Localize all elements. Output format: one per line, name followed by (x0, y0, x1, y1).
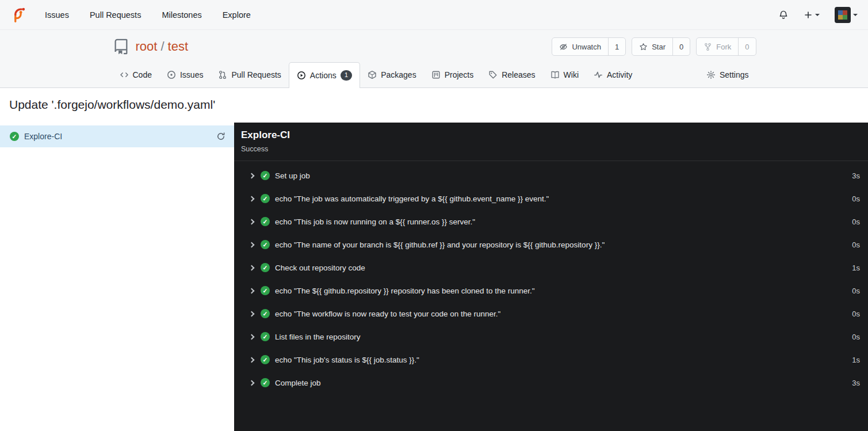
avatar (835, 7, 851, 23)
step-row[interactable]: echo "The job was automatically triggere… (234, 187, 868, 210)
repo-owner-link[interactable]: root (136, 39, 158, 54)
chevron-right-icon[interactable] (249, 219, 255, 224)
chevron-right-icon[interactable] (249, 242, 255, 247)
jobs-sidebar: Explore-CI (0, 123, 234, 431)
chevron-right-icon[interactable] (249, 357, 255, 363)
tab-wiki[interactable]: Wiki (543, 62, 586, 87)
tab-label: Code (133, 70, 152, 79)
step-row[interactable]: List files in the repository 0s (234, 325, 868, 348)
job-name: Explore-CI (24, 132, 211, 141)
tab-label: Settings (720, 70, 749, 79)
tab-pull-requests[interactable]: Pull Requests (211, 62, 288, 87)
steps-list: Set up job 3s echo "The job was automati… (234, 161, 868, 394)
tab-code[interactable]: Code (112, 62, 159, 87)
repo-title-row: root / test Unwatch (112, 30, 756, 62)
step-duration: 0s (852, 218, 860, 226)
job-item-explore-ci[interactable]: Explore-CI (0, 125, 234, 147)
user-menu[interactable] (835, 7, 858, 23)
top-navbar: Issues Pull Requests Milestones Explore (0, 0, 868, 30)
check-circle-icon (261, 355, 270, 364)
tab-label: Issues (180, 70, 203, 79)
chevron-right-icon[interactable] (249, 196, 255, 201)
step-row[interactable]: echo "The name of your branch is ${{ git… (234, 233, 868, 256)
chevron-right-icon[interactable] (249, 173, 255, 178)
book-icon (550, 70, 560, 79)
star-icon (639, 43, 648, 51)
issue-icon (167, 70, 176, 79)
tab-activity[interactable]: Activity (586, 62, 640, 87)
code-icon (120, 70, 129, 79)
play-circle-icon (297, 71, 306, 80)
bell-icon[interactable] (778, 10, 789, 20)
step-row[interactable]: Set up job 3s (234, 164, 868, 187)
eye-off-icon (559, 43, 568, 51)
chevron-right-icon[interactable] (249, 265, 255, 270)
run-title: Update '.forgejo/workflows/demo.yaml' (9, 98, 215, 111)
chevron-right-icon[interactable] (249, 288, 255, 293)
fork-count[interactable]: 0 (738, 38, 755, 55)
console-job-name: Explore-CI (241, 129, 861, 141)
tab-issues[interactable]: Issues (159, 62, 211, 87)
step-name: echo "The workflow is now ready to test … (275, 310, 500, 318)
package-icon (368, 70, 377, 79)
step-row[interactable]: echo "The workflow is now ready to test … (234, 302, 868, 325)
repo-icon (112, 38, 129, 55)
step-duration: 0s (852, 194, 860, 203)
fork-button[interactable]: Fork 0 (696, 37, 756, 56)
nav-milestones[interactable]: Milestones (162, 10, 201, 20)
repo-actions: Unwatch 1 Star 0 (552, 37, 756, 56)
sync-icon[interactable] (216, 132, 225, 141)
tab-label: Actions (310, 71, 337, 80)
tab-actions[interactable]: Actions 1 (289, 62, 360, 88)
tab-label: Wiki (564, 70, 579, 79)
repo-header: root / test Unwatch (0, 30, 868, 88)
step-name: echo "The ${{ github.repository }} repos… (275, 287, 535, 295)
chevron-right-icon[interactable] (249, 380, 255, 386)
step-name: echo "This job's status is ${{ job.statu… (275, 356, 419, 364)
step-duration: 3s (852, 379, 860, 387)
step-row[interactable]: Check out repository code 1s (234, 256, 868, 279)
chevron-right-icon[interactable] (249, 334, 255, 340)
check-circle-icon (261, 286, 270, 295)
step-row[interactable]: Complete job 3s (234, 371, 868, 394)
caret-down-icon (815, 14, 820, 16)
step-duration: 0s (852, 310, 860, 318)
repo-name-link[interactable]: test (168, 39, 188, 54)
run-title-bar: Update '.forgejo/workflows/demo.yaml' (0, 88, 868, 123)
step-duration: 0s (852, 287, 860, 295)
unwatch-button[interactable]: Unwatch 1 (552, 37, 626, 56)
unwatch-label: Unwatch (572, 43, 601, 51)
watch-count[interactable]: 1 (608, 38, 625, 55)
step-duration: 1s (852, 356, 860, 364)
tab-label: Activity (607, 70, 632, 79)
nav-explore[interactable]: Explore (223, 10, 251, 20)
step-name: echo "The job was automatically triggere… (275, 194, 549, 203)
step-row[interactable]: echo "This job's status is ${{ job.statu… (234, 348, 868, 371)
repo-separator: / (160, 39, 164, 54)
star-button[interactable]: Star 0 (632, 37, 690, 56)
chevron-right-icon[interactable] (249, 311, 255, 316)
step-name: Complete job (275, 379, 321, 387)
gear-icon (706, 70, 716, 79)
tab-label: Releases (502, 70, 535, 79)
forgejo-logo[interactable] (10, 6, 28, 24)
step-row[interactable]: echo "The ${{ github.repository }} repos… (234, 279, 868, 302)
step-name: Set up job (275, 171, 310, 180)
tab-label: Projects (445, 70, 474, 79)
caret-down-icon (853, 14, 858, 16)
tab-packages[interactable]: Packages (360, 62, 423, 87)
nav-issues[interactable]: Issues (45, 10, 69, 20)
step-row[interactable]: echo "This job is now running on a ${{ r… (234, 210, 868, 233)
check-circle-icon (10, 132, 19, 141)
step-duration: 0s (852, 333, 860, 341)
nav-pull-requests[interactable]: Pull Requests (90, 10, 141, 20)
tab-releases[interactable]: Releases (481, 62, 542, 87)
create-menu[interactable] (804, 10, 820, 20)
fork-label: Fork (716, 43, 731, 51)
tab-projects[interactable]: Projects (424, 62, 481, 87)
check-circle-icon (261, 263, 270, 272)
star-count[interactable]: 0 (672, 38, 690, 55)
tab-settings[interactable]: Settings (699, 62, 756, 87)
step-name: echo "The name of your branch is ${{ git… (275, 241, 605, 249)
pull-request-icon (218, 70, 227, 79)
